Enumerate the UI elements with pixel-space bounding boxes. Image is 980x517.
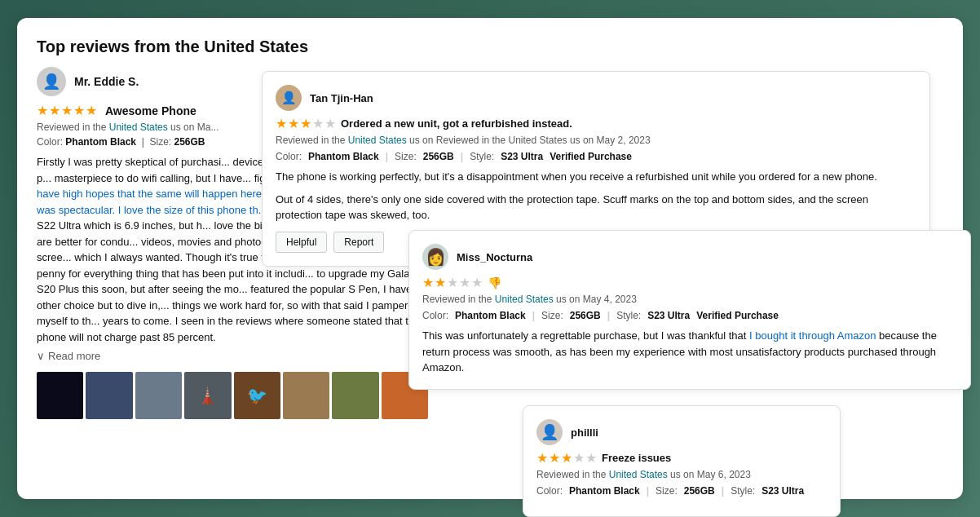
stars-miss: ★ ★ ★ ★ ★ <box>422 275 483 290</box>
star-5: ★ <box>86 103 97 118</box>
card-meta-2: Reviewed in the United States us on May … <box>422 294 957 305</box>
color-value: Phantom Black <box>65 136 136 148</box>
card-stars-row-2: ★ ★ ★ ★ ★ 👎 <box>422 275 957 290</box>
card-stars-row-1: ★ ★ ★ ★ ★ Ordered a new unit, got a refu… <box>276 116 916 131</box>
star-3: ★ <box>300 116 311 131</box>
card-color-info-3: Color: Phantom Black | Size: 256GB | Sty… <box>536 485 827 497</box>
divider2: | <box>607 310 610 321</box>
avatar-tan: 👤 <box>276 85 302 111</box>
review-image-2[interactable] <box>86 372 132 419</box>
review-image-5[interactable]: 🐦 <box>234 372 280 419</box>
review-title-tan: Ordered a new unit, got a refurbished in… <box>341 117 572 130</box>
star-4: ★ <box>573 450 585 466</box>
style-miss: S23 Ultra <box>647 310 690 321</box>
stars-row: ★ ★ ★ ★ ★ <box>37 103 97 118</box>
avatar-phil: 👤 <box>536 419 563 445</box>
card-color-info-2: Color: Phantom Black | Size: 256GB | Sty… <box>422 310 957 321</box>
stars-tan: ★ ★ ★ ★ ★ <box>276 116 336 131</box>
date-phil: May 6, 2023 <box>697 469 751 480</box>
card-nocturna: 👩 Miss_Nocturna ★ ★ ★ ★ ★ 👎 Reviewed in … <box>408 230 971 390</box>
review-title: Awesome Phone <box>105 104 196 117</box>
divider2: | <box>461 151 463 162</box>
verified-tan: Verified Purchase <box>550 151 632 162</box>
star-3: ★ <box>447 275 458 290</box>
card-color-info-1: Color: Phantom Black | Size: 256GB | Sty… <box>276 151 916 162</box>
date-tan: Reviewed in the United States us on May … <box>436 135 651 146</box>
card-reviewer-header-1: 👤 Tan Tjin-Han <box>276 85 916 111</box>
star-4: ★ <box>73 103 85 118</box>
read-more-button[interactable]: ∨ Read more <box>37 350 428 362</box>
avatar-miss: 👩 <box>422 244 448 270</box>
review-image-6[interactable] <box>283 372 329 419</box>
reviewer-name-phil: phillli <box>571 426 598 439</box>
stars-phil: ★ ★ ★ ★ ★ <box>536 450 597 466</box>
reviewer-name: Mr. Eddie S. <box>74 75 139 88</box>
star-1: ★ <box>276 116 287 131</box>
star-1: ★ <box>536 450 548 466</box>
card-meta-1: Reviewed in the United States us on Revi… <box>276 135 916 146</box>
card-stars-row-3: ★ ★ ★ ★ ★ Freeze issues <box>536 450 827 466</box>
review-image-3[interactable] <box>135 372 182 419</box>
reviews-container: Top reviews from the United States 👤 Mr.… <box>17 18 963 499</box>
country-link[interactable]: United States <box>109 122 168 133</box>
card-body-p1: The phone is working perfectly, but it's… <box>276 169 916 185</box>
card-body-1: The phone is working perfectly, but it's… <box>276 169 916 223</box>
star-2: ★ <box>549 450 560 466</box>
star-1: ★ <box>422 275 434 290</box>
thumb-down-icon: 👎 <box>488 276 501 289</box>
star-1: ★ <box>37 103 48 118</box>
user-icon: 👤 <box>281 91 297 105</box>
size-value: 256GB <box>174 136 205 148</box>
divider: | <box>647 485 649 497</box>
review-title-phil: Freeze issues <box>602 452 671 464</box>
card-phillli: 👤 phillli ★ ★ ★ ★ ★ Freeze issues Review… <box>523 405 841 517</box>
report-button[interactable]: Report <box>333 232 384 253</box>
read-more-label: Read more <box>48 350 100 362</box>
size-phil: 256GB <box>684 485 715 497</box>
style-phil: S23 Ultra <box>761 485 804 497</box>
style-tan: S23 Ultra <box>501 151 543 162</box>
card-body-text-2: This was unfortunately a regrettable pur… <box>422 329 937 373</box>
star-3: ★ <box>61 103 73 118</box>
reviewer-name-tan: Tan Tjin-Han <box>310 92 373 104</box>
star-5: ★ <box>471 275 483 290</box>
country-link[interactable]: United States <box>495 294 554 305</box>
size-miss: 256GB <box>570 310 601 321</box>
color-miss: Phantom Black <box>455 310 526 321</box>
card-body-p2: Out of 4 sides, there's only one side co… <box>276 192 916 223</box>
divider: | <box>386 151 388 162</box>
user-icon: 👤 <box>42 73 60 91</box>
card-body-2: This was unfortunately a regrettable pur… <box>422 328 957 376</box>
helpful-button[interactable]: Helpful <box>276 232 327 253</box>
date-miss: May 4, 2023 <box>583 294 637 305</box>
chevron-down-icon: ∨ <box>37 350 45 362</box>
country-link[interactable]: United States <box>609 469 668 480</box>
country-link[interactable]: United States <box>348 135 407 146</box>
star-5: ★ <box>324 116 336 131</box>
star-4: ★ <box>459 275 470 290</box>
review-images: 🗼 🐦 <box>37 372 428 419</box>
color-tan: Phantom Black <box>308 151 379 162</box>
verified-miss: Verified Purchase <box>696 310 779 321</box>
card-reviewer-header-2: 👩 Miss_Nocturna <box>422 244 957 270</box>
star-2: ★ <box>49 103 60 118</box>
page-title: Top reviews from the United States <box>37 38 943 56</box>
highlight: I bought it through Amazon <box>749 329 876 342</box>
reviewer-name-miss: Miss_Nocturna <box>457 251 532 263</box>
divider2: | <box>722 485 724 497</box>
star-5: ★ <box>585 450 597 466</box>
review-image-7[interactable] <box>332 372 378 419</box>
review-image-4[interactable]: 🗼 <box>184 372 231 419</box>
card-reviewer-header-3: 👤 phillli <box>536 419 827 445</box>
star-3: ★ <box>561 450 572 466</box>
size-tan: 256GB <box>423 151 454 162</box>
star-2: ★ <box>435 275 446 290</box>
review-image-1[interactable] <box>37 372 83 419</box>
star-4: ★ <box>312 116 324 131</box>
card-meta-3: Reviewed in the United States us on May … <box>536 469 827 480</box>
color-phil: Phantom Black <box>569 485 640 497</box>
avatar: 👤 <box>37 67 66 96</box>
divider: | <box>532 310 535 321</box>
star-2: ★ <box>288 116 299 131</box>
